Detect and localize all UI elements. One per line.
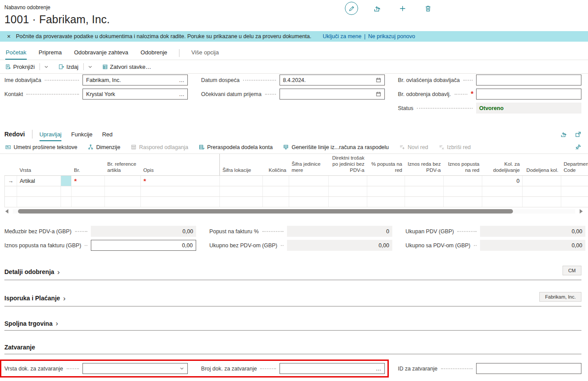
location-code-cell[interactable] xyxy=(220,186,263,197)
tab-priprema[interactable]: Priprema xyxy=(38,49,62,60)
description-cell[interactable]: * xyxy=(141,176,220,186)
row-selector-cell[interactable]: → xyxy=(5,176,17,186)
department-code-cell[interactable] xyxy=(561,176,588,186)
col-kol-za-dodeljivanje[interactable]: Kol. za dodeljivanje xyxy=(482,154,523,176)
lines-tab-funkcije[interactable]: Funkcije xyxy=(71,131,92,141)
line-discount-pct-cell[interactable] xyxy=(367,176,405,186)
chevron-down-icon[interactable] xyxy=(44,64,49,69)
line-discount-amount-cell[interactable] xyxy=(444,176,482,186)
description-cell[interactable] xyxy=(141,197,220,207)
enable-for-me-link[interactable]: Uključi za mene xyxy=(323,33,362,39)
col-vrsta[interactable]: Vrsta xyxy=(17,154,61,176)
scroll-right-arrow-icon[interactable] xyxy=(580,209,583,214)
expand-chevron-icon[interactable]: › xyxy=(57,268,60,276)
line-discount-pct-cell[interactable] xyxy=(367,197,405,207)
row-selector-cell[interactable] xyxy=(5,197,17,207)
chevron-down-icon[interactable] xyxy=(88,64,93,69)
expand-chevron-icon[interactable]: › xyxy=(56,320,58,327)
expected-receipt-date-input[interactable] xyxy=(280,89,385,100)
vendor-name-input[interactable]: Fabrikam, Inc. … xyxy=(82,75,188,85)
unit-of-measure-cell[interactable] xyxy=(289,176,329,186)
qty-to-assign-cell[interactable] xyxy=(482,186,523,197)
foreign-trade-title[interactable]: Spoljna trgovina xyxy=(4,320,53,327)
location-code-cell[interactable] xyxy=(220,197,263,207)
closing-title[interactable]: Zatvaranje xyxy=(4,344,35,351)
highlight-cell[interactable] xyxy=(61,197,72,207)
design-pin-button[interactable] xyxy=(575,144,581,150)
more-options-tab[interactable]: Više opcija xyxy=(191,49,219,60)
no-cell[interactable]: * xyxy=(72,176,105,186)
qty-to-assign-cell[interactable] xyxy=(482,197,523,207)
type-cell[interactable] xyxy=(17,197,61,207)
share-lines-button[interactable] xyxy=(560,131,567,138)
col-iznos-reda[interactable]: Iznos reda bez PDV-a xyxy=(405,154,444,176)
qty-assigned-cell[interactable] xyxy=(523,176,561,186)
tab-odobravanje-zahteva[interactable]: Odobravanje zahteva xyxy=(74,49,129,60)
dont-show-again-link[interactable]: Ne prikazuj ponovo xyxy=(368,33,415,39)
approval-details-title[interactable]: Detalji odobrenja xyxy=(4,268,54,275)
new-button[interactable] xyxy=(396,2,409,15)
closing-doc-type-select[interactable] xyxy=(82,363,188,374)
dimensions-button[interactable]: Dimenzije xyxy=(88,144,120,150)
lookup-ellipsis-icon[interactable]: … xyxy=(179,91,185,97)
generate-alloc-lines-button[interactable]: Generišite linije iz...računa za raspode… xyxy=(283,144,389,150)
col-br-reference[interactable]: Br. reference artikla xyxy=(105,154,141,176)
col-kolicina[interactable]: Količina xyxy=(263,154,289,176)
scrollbar-track[interactable] xyxy=(13,209,575,214)
lookup-ellipsis-icon[interactable]: … xyxy=(376,366,381,372)
scrollbar-thumb[interactable] xyxy=(18,209,513,214)
type-cell[interactable]: Artikal xyxy=(17,176,61,186)
calendar-icon[interactable] xyxy=(376,77,381,83)
no-cell[interactable] xyxy=(72,197,105,207)
row-selector-cell[interactable] xyxy=(5,186,17,197)
col-iznos-popusta[interactable]: Iznos popusta na red xyxy=(444,154,482,176)
col-department-code[interactable]: Department Code xyxy=(561,154,588,176)
edit-button[interactable] xyxy=(345,2,358,15)
highlight-cell[interactable] xyxy=(61,176,72,186)
issue-button[interactable]: Izdaj xyxy=(58,63,92,70)
item-reference-cell[interactable] xyxy=(105,186,141,197)
expand-chevron-icon[interactable]: › xyxy=(63,295,66,302)
tab-pocetak[interactable]: Početak xyxy=(5,49,27,60)
col-sifra-jedinice[interactable]: Šifra jedinice mere xyxy=(289,154,329,176)
col-br[interactable]: Br. xyxy=(72,154,105,176)
direct-unit-cost-cell[interactable] xyxy=(329,176,367,186)
no-cell[interactable] xyxy=(72,186,105,197)
line-discount-amount-cell[interactable] xyxy=(444,197,482,207)
line-amount-cell[interactable] xyxy=(405,176,444,186)
department-code-cell[interactable] xyxy=(561,186,588,197)
invoice-discount-amount-input[interactable]: 0,00 xyxy=(91,240,196,251)
col-opis[interactable]: Opis xyxy=(141,154,220,176)
post-button[interactable]: Proknjiži xyxy=(5,63,49,70)
lookup-ellipsis-icon[interactable]: … xyxy=(179,77,185,83)
share-button[interactable] xyxy=(370,2,384,15)
line-amount-cell[interactable] xyxy=(405,197,444,207)
closing-id-input[interactable] xyxy=(476,363,581,374)
line-amount-cell[interactable] xyxy=(405,186,444,197)
line-discount-pct-cell[interactable] xyxy=(367,186,405,197)
highlight-cell[interactable] xyxy=(61,186,72,197)
col-popust-pct[interactable]: % popusta na red xyxy=(367,154,405,176)
quantity-cell[interactable] xyxy=(263,197,289,207)
line-discount-amount-cell[interactable] xyxy=(444,186,482,197)
col-direktni-trosak[interactable]: Direktni trošak po jedinici bez PDV-a xyxy=(329,154,367,176)
vendor-approval-no-input[interactable] xyxy=(476,89,581,100)
vendor-authorization-no-input[interactable] xyxy=(476,75,581,85)
scroll-left-arrow-icon[interactable] xyxy=(5,209,8,214)
close-icon[interactable]: × xyxy=(6,33,11,40)
unit-of-measure-cell[interactable] xyxy=(289,186,329,197)
redistribute-acc-allocations-button[interactable]: Preraspodela dodela konta xyxy=(199,144,272,150)
chevron-down-icon[interactable] xyxy=(179,366,184,371)
insert-ext-texts-button[interactable]: Umetni proširene tekstove xyxy=(5,144,77,150)
lines-tab-red[interactable]: Red xyxy=(102,131,113,141)
due-date-input[interactable]: 8.4.2024. xyxy=(280,75,385,85)
delete-button[interactable] xyxy=(421,2,434,15)
quantity-cell[interactable] xyxy=(263,186,289,197)
direct-unit-cost-cell[interactable] xyxy=(329,186,367,197)
closing-doc-no-input[interactable]: … xyxy=(280,363,385,374)
qty-assigned-cell[interactable] xyxy=(523,186,561,197)
type-cell[interactable] xyxy=(17,186,61,197)
close-entries-button[interactable]: Zatvori stavke… xyxy=(102,64,151,70)
col-dodeljena-kol[interactable]: Dodeljena kol. xyxy=(523,154,561,176)
item-reference-cell[interactable] xyxy=(105,197,141,207)
